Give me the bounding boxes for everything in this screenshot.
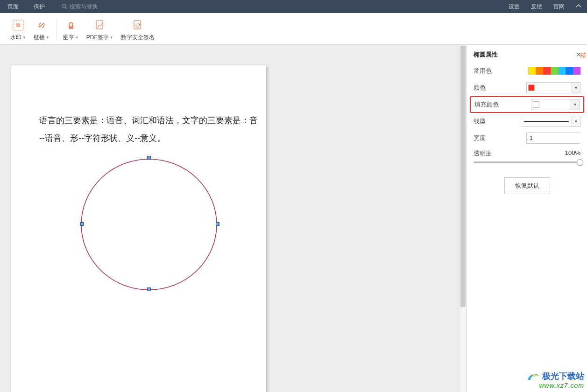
watermark-button[interactable]: 水印▼ (7, 17, 30, 42)
search-placeholder: 搜索与替换 (70, 3, 98, 11)
label-color: 颜色 (474, 84, 486, 92)
svg-rect-4 (96, 21, 103, 29)
label-common-color: 常用色 (474, 67, 492, 75)
settings-icon[interactable] (579, 51, 587, 60)
color-chip (528, 84, 535, 91)
search-box[interactable]: 搜索与替换 (62, 3, 98, 11)
label-opacity: 透明度 (474, 149, 492, 158)
label-fill-color: 填充颜色 (474, 100, 499, 109)
fill-chip (533, 101, 539, 108)
chevron-down-icon: ▼ (572, 116, 580, 126)
properties-panel: 椭圆属性 ✕ 常用色 颜色 ▼ 填充颜色 ▼ (467, 45, 587, 392)
common-color-swatches (528, 67, 580, 75)
color-swatch[interactable] (536, 67, 543, 75)
restore-default-button[interactable]: 恢复默认 (504, 177, 550, 194)
label-width: 宽度 (474, 134, 486, 142)
search-icon (62, 4, 68, 10)
watermark-icon (12, 18, 24, 33)
document-canvas[interactable]: 语言的三要素是：语音、词汇和语法，文字的三要素是：音 --语音、形--字符形状、… (0, 45, 459, 392)
link-button[interactable]: 链接▼ (30, 17, 53, 42)
digital-sign-icon (132, 18, 144, 33)
svg-point-9 (583, 56, 585, 58)
chevron-down-icon: ▼ (571, 99, 579, 110)
chevron-down-icon: ▼ (110, 35, 113, 40)
width-input[interactable]: ▲ ▼ (526, 133, 580, 144)
digital-sign-button[interactable]: 数字安全签名 (117, 17, 158, 42)
svg-point-0 (63, 4, 66, 7)
resize-handle-left[interactable] (80, 222, 84, 226)
chevron-down-icon: ▼ (22, 35, 26, 40)
page: 语言的三要素是：语音、词汇和语法，文字的三要素是：音 --语音、形--字符形状、… (11, 65, 266, 392)
svg-point-6 (81, 159, 217, 290)
color-swatch[interactable] (528, 67, 536, 75)
svg-line-1 (65, 7, 67, 9)
resize-handle-top[interactable] (147, 156, 151, 160)
pdf-sign-icon (94, 18, 106, 33)
width-field[interactable] (527, 133, 587, 143)
link-icon (35, 18, 48, 33)
link-feedback[interactable]: 反馈 (525, 3, 548, 11)
svg-point-7 (584, 53, 586, 54)
workspace: 语言的三要素是：语音、词汇和语法，文字的三要素是：音 --语音、形--字符形状、… (0, 45, 587, 392)
color-swatch[interactable] (573, 67, 580, 75)
watermark-logo-icon (527, 371, 540, 382)
opacity-value: 100% (565, 149, 580, 158)
color-swatch[interactable] (551, 67, 558, 75)
chevron-down-icon: ▼ (572, 83, 580, 93)
collapse-icon[interactable] (570, 3, 587, 10)
resize-handle-right[interactable] (216, 222, 219, 226)
link-official[interactable]: 官网 (548, 3, 570, 11)
chevron-down-icon: ▼ (46, 35, 50, 40)
menu-bar: 页面 保护 搜索与替换 设置 反馈 官网 (0, 0, 587, 13)
site-watermark: 极光下载站 www.xz7.com (527, 371, 584, 389)
ellipse-shape[interactable] (77, 152, 221, 297)
line-preview (521, 121, 572, 122)
tab-page[interactable]: 页面 (0, 0, 26, 13)
color-swatch[interactable] (543, 67, 551, 75)
scrollbar-thumb[interactable] (460, 46, 466, 307)
color-dropdown[interactable]: ▼ (526, 82, 580, 93)
vertical-scrollbar[interactable] (459, 45, 467, 392)
stamp-button[interactable]: 图章▼ (59, 17, 83, 42)
tab-protect[interactable]: 保护 (26, 0, 52, 13)
line-type-dropdown[interactable]: ▼ (521, 116, 580, 127)
opacity-slider[interactable] (474, 161, 580, 163)
toolbar: 水印▼ 链接▼ 图章▼ PDF签字▼ 数字安全签名 (0, 13, 587, 45)
link-settings[interactable]: 设置 (503, 3, 525, 11)
label-line-type: 线型 (474, 117, 486, 126)
color-swatch[interactable] (558, 67, 566, 75)
svg-rect-3 (16, 23, 20, 27)
svg-point-8 (581, 55, 582, 56)
fill-color-dropdown[interactable]: ▼ (531, 99, 580, 110)
stamp-icon (65, 18, 77, 33)
slider-knob[interactable] (577, 159, 583, 166)
chevron-down-icon: ▼ (75, 35, 79, 40)
panel-title: 椭圆属性 (474, 50, 498, 59)
svg-point-10 (533, 374, 536, 377)
resize-handle-bottom[interactable] (147, 287, 151, 291)
color-swatch[interactable] (566, 67, 573, 75)
pdf-sign-button[interactable]: PDF签字▼ (83, 17, 117, 42)
document-text: 语言的三要素是：语音、词汇和语法，文字的三要素是：音 --语音、形--字符形状、… (39, 112, 263, 147)
